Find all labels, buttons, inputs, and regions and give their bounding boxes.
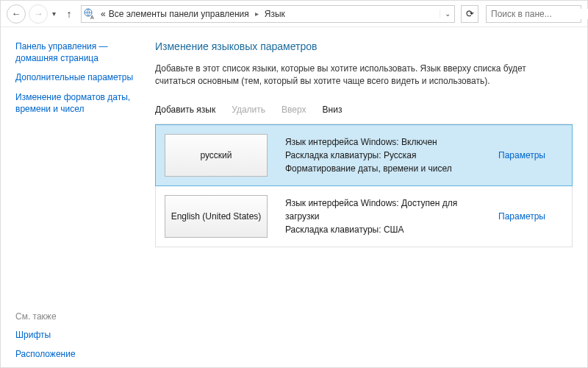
control-panel-window: ← → ▾ ↑ A « Все элементы панели управлен… [0, 0, 588, 368]
content-body: Панель управления — домашняя страница До… [1, 27, 587, 367]
address-bar[interactable]: A « Все элементы панели управления ▸ Язы… [81, 5, 455, 23]
language-options-link[interactable]: Параметры [498, 211, 545, 222]
breadcrumb-item[interactable]: Язык [265, 9, 285, 19]
sidebar-see-also-label: См. также [15, 311, 148, 322]
search-box[interactable]: 🔍 [486, 5, 581, 23]
language-row[interactable]: English (United States)Язык интерфейса W… [155, 186, 573, 247]
address-dropdown[interactable]: ⌄ [440, 10, 454, 18]
sidebar-home-link[interactable]: Панель управления — домашняя страница [15, 40, 148, 64]
page-description: Добавьте в этот список языки, которые вы… [155, 63, 537, 88]
language-icon: A [82, 8, 98, 20]
language-handle[interactable]: русский [165, 134, 268, 177]
back-button[interactable]: ← [7, 4, 26, 24]
language-options-link[interactable]: Параметры [498, 150, 545, 160]
sidebar-formats-link[interactable]: Изменение форматов даты, времени и чисел [15, 91, 148, 115]
language-row[interactable]: русскийЯзык интерфейса Windows: ВключенР… [155, 124, 573, 186]
language-options-cell: Параметры [498, 125, 572, 185]
main-content: Изменение языковых параметров Добавьте в… [148, 27, 587, 367]
language-info-line: Язык интерфейса Windows: Включен [285, 135, 490, 149]
sidebar-fonts-link[interactable]: Шрифты [15, 329, 148, 341]
navigation-bar: ← → ▾ ↑ A « Все элементы панели управлен… [1, 1, 587, 27]
language-info-line: Раскладка клавиатуры: США [285, 223, 490, 236]
up-button[interactable]: ↑ [62, 7, 76, 21]
language-options-cell: Параметры [498, 186, 572, 247]
language-info-line: Форматирование даты, времени и чисел [285, 162, 490, 175]
language-handle[interactable]: English (United States) [165, 195, 268, 238]
language-info-line: Раскладка клавиатуры: Русская [285, 149, 490, 162]
remove-language-button[interactable]: Удалить [232, 105, 265, 115]
move-down-button[interactable]: Вниз [323, 105, 343, 115]
language-list: русскийЯзык интерфейса Windows: ВключенР… [155, 124, 573, 247]
sidebar-advanced-link[interactable]: Дополнительные параметры [15, 71, 148, 83]
language-info: Язык интерфейса Windows: ВключенРаскладк… [276, 125, 498, 185]
sidebar-location-link[interactable]: Расположение [15, 348, 148, 360]
language-toolbar: Добавить язык Удалить Вверх Вниз [155, 103, 573, 116]
breadcrumb-prefix: « [101, 9, 106, 19]
add-language-button[interactable]: Добавить язык [155, 105, 215, 115]
move-up-button[interactable]: Вверх [282, 105, 306, 115]
refresh-button[interactable]: ⟳ [461, 5, 478, 23]
svg-text:A: A [90, 15, 94, 20]
page-title: Изменение языковых параметров [155, 40, 573, 52]
breadcrumb-separator: ▸ [252, 10, 262, 18]
language-info-line: Язык интерфейса Windows: Доступен для за… [285, 197, 490, 223]
sidebar: Панель управления — домашняя страница До… [1, 27, 148, 367]
breadcrumb-item[interactable]: Все элементы панели управления [109, 9, 249, 19]
history-dropdown-caret[interactable]: ▾ [51, 10, 57, 18]
breadcrumb[interactable]: « Все элементы панели управления ▸ Язык [98, 9, 440, 19]
forward-button[interactable]: → [29, 4, 48, 24]
language-info: Язык интерфейса Windows: Доступен для за… [276, 186, 498, 247]
search-input[interactable] [487, 9, 588, 19]
